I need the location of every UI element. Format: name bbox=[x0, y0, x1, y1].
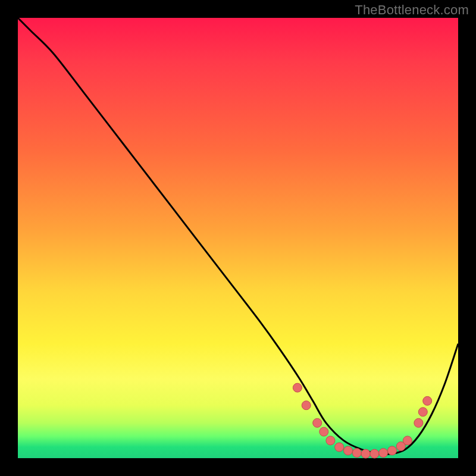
curve-dot bbox=[313, 418, 322, 427]
curve-dot bbox=[361, 449, 370, 458]
curve-dot bbox=[344, 446, 353, 455]
curve-dot bbox=[423, 396, 432, 405]
curve-dot bbox=[379, 449, 388, 458]
curve-dot bbox=[293, 383, 302, 392]
curve-dot bbox=[370, 449, 379, 458]
curve-dot bbox=[414, 418, 423, 427]
curve-dot bbox=[403, 436, 412, 445]
curve-dots bbox=[293, 383, 431, 458]
curve-dot bbox=[418, 408, 427, 416]
curve-svg bbox=[18, 18, 458, 458]
curve-dot bbox=[335, 443, 344, 452]
curve-dot bbox=[388, 446, 397, 455]
chart-frame: TheBottleneck.com bbox=[0, 0, 476, 476]
curve-dot bbox=[326, 436, 335, 445]
bottleneck-curve bbox=[18, 18, 458, 455]
curve-dot bbox=[302, 401, 311, 410]
curve-dot bbox=[320, 427, 328, 436]
watermark-text: TheBottleneck.com bbox=[355, 2, 469, 18]
curve-dot bbox=[352, 449, 361, 458]
